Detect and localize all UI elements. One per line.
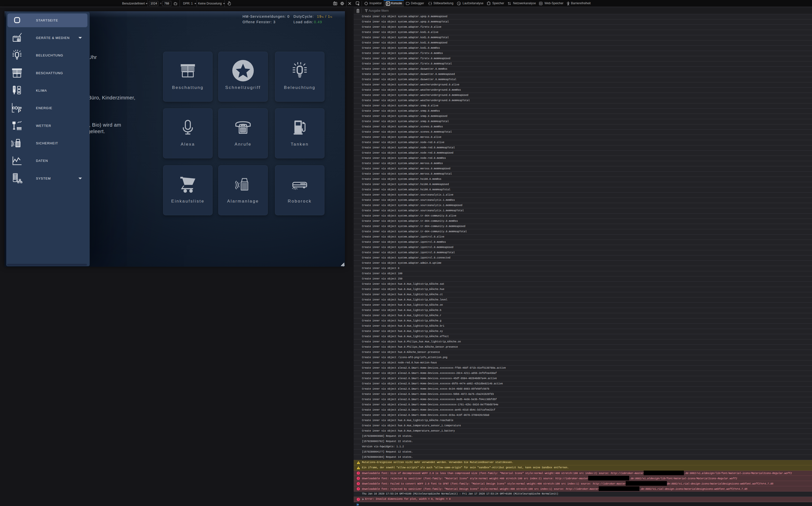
svg-text:P: P [18, 109, 21, 114]
